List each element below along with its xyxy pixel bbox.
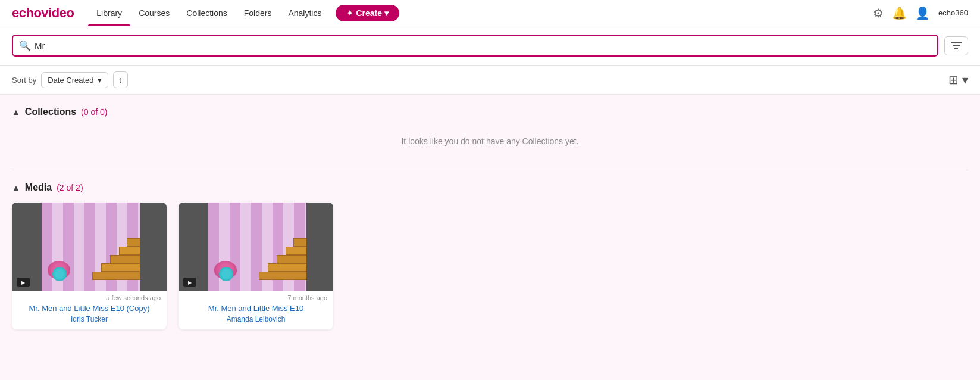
nav-item-analytics[interactable]: Analytics [280, 0, 330, 26]
view-toggle-button[interactable]: ⊞ ▾ [948, 73, 968, 87]
sort-label: Sort by [12, 76, 36, 85]
filter-button[interactable] [944, 36, 968, 55]
filter-icon [951, 42, 962, 50]
sort-select[interactable]: Date Created ▾ [41, 72, 108, 88]
play-button-1[interactable] [17, 278, 30, 287]
search-input[interactable] [35, 36, 931, 55]
top-navigation: echovideo Library Courses Collections Fo… [0, 0, 980, 26]
search-icon: 🔍 [19, 40, 31, 51]
user-icon[interactable]: 👤 [915, 6, 930, 20]
media-title-1: Mr. Men and Little Miss E10 (Copy) [12, 303, 167, 315]
sort-dropdown-icon: ▾ [98, 76, 102, 85]
logo-text: echo [12, 5, 41, 21]
media-thumbnail-2 [179, 203, 333, 291]
media-section-title: Media [25, 182, 52, 193]
collections-section-count: (0 of 0) [81, 107, 107, 117]
main-content: ▲ Collections (0 of 0) It looks like you… [0, 95, 980, 380]
logo-video-text: video [41, 5, 74, 21]
nav-right: ⚙ 🔔 👤 echo360 [873, 6, 968, 20]
nav-links: Library Courses Collections Folders Anal… [88, 0, 873, 26]
sort-direction-button[interactable]: ↕ [113, 71, 128, 88]
create-button[interactable]: ✦ Create ▾ [336, 5, 399, 21]
toolbar: Sort by Date Created ▾ ↕ ⊞ ▾ [0, 66, 980, 95]
nav-item-collections[interactable]: Collections [178, 0, 235, 26]
logo[interactable]: echovideo [12, 5, 74, 21]
play-button-2[interactable] [183, 278, 196, 287]
media-timestamp-1: a few seconds ago [12, 291, 167, 303]
nav-item-folders[interactable]: Folders [236, 0, 280, 26]
collections-section-header[interactable]: ▲ Collections (0 of 0) [12, 107, 968, 117]
collections-section-title: Collections [25, 107, 76, 117]
media-grid: a few seconds ago Mr. Men and Little Mis… [12, 203, 968, 329]
bell-icon[interactable]: 🔔 [892, 6, 907, 20]
user-label: echo360 [938, 8, 968, 17]
media-section-header[interactable]: ▲ Media (2 of 2) [12, 182, 968, 193]
search-wrapper: 🔍 [12, 35, 938, 57]
nav-item-courses[interactable]: Courses [130, 0, 178, 26]
media-chevron-icon: ▲ [12, 183, 20, 192]
section-divider [12, 170, 968, 170]
media-timestamp-2: 7 months ago [179, 291, 333, 303]
nav-item-library[interactable]: Library [88, 0, 130, 26]
collections-chevron-icon: ▲ [12, 107, 20, 117]
media-section-count: (2 of 2) [57, 183, 83, 192]
media-author-1: Idris Tucker [12, 315, 167, 329]
media-title-2: Mr. Men and Little Miss E10 [179, 303, 333, 315]
search-section: 🔍 [0, 26, 980, 66]
media-author-2: Amanda Leibovich [179, 315, 333, 329]
media-thumbnail-1 [12, 203, 167, 291]
settings-icon[interactable]: ⚙ [873, 6, 884, 20]
collections-empty-message: It looks like you do not have any Collec… [12, 124, 968, 164]
media-card-2[interactable]: 7 months ago Mr. Men and Little Miss E10… [179, 203, 333, 329]
media-card-1[interactable]: a few seconds ago Mr. Men and Little Mis… [12, 203, 167, 329]
sort-option-label: Date Created [48, 76, 93, 85]
